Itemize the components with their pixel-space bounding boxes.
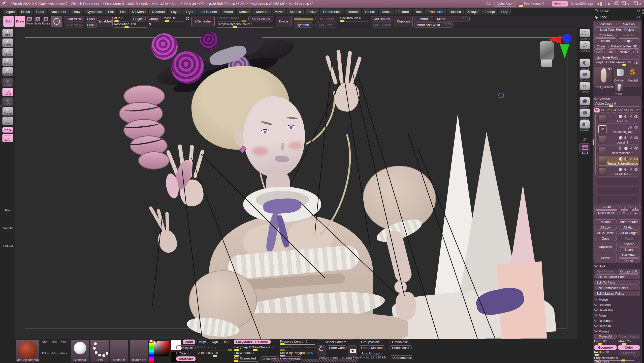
menu-item[interactable]: Material [253,9,271,15]
uv-toggle-icon[interactable] [624,115,628,118]
polypaint-toggle-icon[interactable] [619,115,623,118]
hue-strip[interactable] [149,340,154,362]
menu-item[interactable]: Color [34,9,47,15]
merge-section-header[interactable]: Merge [595,297,608,302]
tray-collapse-icon[interactable]: « [642,105,643,108]
subtool-row[interactable]: ✎⚙ collarfrills3_2 [597,166,639,177]
sv-square[interactable] [154,341,169,356]
restore-button[interactable] [633,3,636,5]
shrink-mask-button[interactable]: ShrinkMask [390,345,412,350]
menu-item[interactable]: Draw [70,9,83,15]
subtool-empty-slot[interactable] [597,178,639,185]
alternate-button[interactable]: Alternate [176,356,196,361]
brush-zmodeler[interactable]: ZModel [59,352,69,355]
slice-curve-button[interactable] [579,70,590,79]
local-button[interactable]: Local [2,88,13,96]
camera-lock-button[interactable] [317,345,326,356]
shelf-expand-arrows[interactable]: ▲▼ [292,358,297,361]
mrgb-button[interactable]: Mrgb [197,340,208,344]
menu-item[interactable]: Light [183,9,196,15]
fill-object-button[interactable]: FillObject [176,345,196,350]
tab-v6[interactable]: V6 [623,108,629,113]
all-low-button[interactable]: All Low [594,225,617,230]
copy-tool-button[interactable]: Copy Tool [594,33,617,38]
tab-v7[interactable]: V7 [629,108,634,113]
trim-curve-button[interactable]: ✂ [579,82,590,90]
paint-brush-icon[interactable]: ✎ [629,115,633,118]
panel-scrollbar[interactable]: « [642,8,644,363]
visibility-eye-icon[interactable] [634,168,638,171]
clear-button[interactable]: Clear [176,351,188,355]
del-higher-button[interactable]: Del Higher [315,16,337,21]
paste-window-icon[interactable] [621,3,624,5]
mirror-button[interactable]: Mirror [414,16,433,21]
cylinder-tool-thumbnail[interactable] [614,67,626,79]
visible-count-slider[interactable]: Visible Count9 [595,102,639,106]
resolution-slider[interactable]: Resolution128 [114,22,147,27]
active-tool-slider[interactable]: Trnspt_BubbleSleeves.48 [594,61,633,65]
visibility-eye-icon[interactable] [634,147,638,150]
load-tools-from-project-button[interactable]: Load Tools From Project [594,27,640,32]
subtool-duplicate-button[interactable]: Duplicate [594,242,617,252]
menu-item[interactable]: Menukt [287,9,303,15]
see-through-slider[interactable]: See-through 0 [519,2,549,6]
menu-item[interactable]: Render [345,9,361,15]
split-to-similar-parts-button[interactable]: Split To Similar Parts [594,274,640,279]
insert-button[interactable]: Insert [618,247,640,252]
menu-item[interactable]: Marker [237,9,252,15]
mirror-and-weld-button[interactable]: Mirror And WeldX Y Z [414,22,453,27]
rgb-intensity-slider[interactable]: Rgb Intensity [197,345,232,350]
mean-slider[interactable]: Mean25 [618,340,640,344]
visibility-eye-icon[interactable] [634,126,638,129]
clone-button[interactable]: Clone [594,44,607,49]
auto-groups-button[interactable]: Auto Groups [359,351,382,355]
subtool-paste-button[interactable]: Paste [618,236,640,241]
load-tool-button[interactable]: Load Tool [594,22,617,26]
draw-button[interactable]: Draw [15,16,25,27]
xyz-rotation-button[interactable]: ↺XYZ [2,127,13,133]
menu-item[interactable]: KT Menu [129,9,148,15]
tab-v2[interactable]: V2 [600,108,605,113]
menu-item[interactable]: File [118,9,128,15]
bevel-pro-section-header[interactable]: Bevel Pro [595,308,613,312]
split-section-header[interactable]: Split [595,264,605,268]
rgb-button[interactable]: Rgb [210,340,220,344]
group-visible-button[interactable]: GroupVisible [359,340,382,344]
append-button[interactable]: Append [618,242,640,246]
preserve-length-slider[interactable]: Preserve Length0 [280,340,315,344]
dist-slider[interactable]: Dist0.02 [594,340,616,344]
store-cam-button[interactable]: Store Cam [327,345,347,350]
tab-v4[interactable]: V4 [611,108,617,113]
sharpen-mask-button[interactable]: SharpenMask [390,355,413,360]
dynamesh-button[interactable]: DynaMesh [98,16,113,27]
tray-dock-icon[interactable] [642,9,644,11]
export-button[interactable]: Export [618,38,640,43]
subtool-copy-button[interactable]: Copy [594,236,617,241]
save-as-button[interactable]: Save As [618,22,640,26]
project-all-button[interactable]: ProjectAll [594,334,617,339]
tray-dock-icon[interactable] [642,12,644,14]
paste-tool-button[interactable]: Paste Tool [618,33,640,38]
frame-button[interactable]: Frame [2,38,13,47]
menu-item[interactable]: Edit [105,9,116,15]
mask-rect-button[interactable] [579,120,590,129]
groups-split-button[interactable]: Groups Split [618,269,640,274]
polish-mode-toggle-icon[interactable] [186,17,189,20]
move-canvas-button[interactable]: Move [2,48,13,57]
subtool-section-header[interactable]: Subtool [595,97,610,101]
subtool-row[interactable]: ✎⚙ corset_1 [597,135,639,145]
material-blinn[interactable]: Blinn [3,209,14,212]
select-rect-button[interactable] [579,29,590,37]
menu-item[interactable]: Texture [395,9,411,15]
load-views-button[interactable]: Load Views [64,16,84,21]
farthest-button[interactable]: Farthest [618,351,640,355]
current-brush-tile[interactable]: Standard [71,340,89,362]
menu-item[interactable]: Dynamics [84,9,104,15]
subtool-row[interactable]: ✎⚙ Foot_fin [597,114,639,124]
subtool-folder-row[interactable]: ✎⚙ 4 MDImport_Top [597,124,639,134]
active-tool-thumbnail[interactable]: 37 [594,67,613,85]
split-unmasked-points-button[interactable]: Split Unmasked Points [594,286,640,290]
subtool-empty-slot[interactable] [597,195,639,203]
save-views-button[interactable]: Save Views [64,22,84,27]
palette-restore-icon[interactable]: ↺ [637,15,640,19]
